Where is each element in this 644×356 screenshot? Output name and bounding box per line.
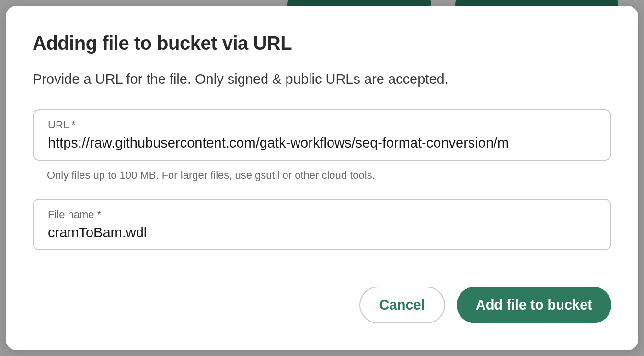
url-field-group: URL * Only files up to 100 MB. For large…	[33, 109, 611, 182]
url-input[interactable]	[48, 135, 596, 151]
modal-title: Adding file to bucket via URL	[33, 33, 611, 54]
add-file-modal: Adding file to bucket via URL Provide a …	[6, 6, 638, 350]
url-field-wrapper[interactable]: URL *	[33, 109, 611, 161]
url-field-label: URL *	[48, 119, 596, 131]
filename-field-label: File name *	[48, 208, 596, 221]
cancel-button[interactable]: Cancel	[359, 287, 445, 323]
modal-description: Provide a URL for the file. Only signed …	[33, 71, 611, 87]
filename-input[interactable]	[48, 225, 596, 241]
add-file-button[interactable]: Add file to bucket	[457, 287, 611, 323]
filename-field-wrapper[interactable]: File name *	[33, 199, 611, 250]
modal-button-row: Cancel Add file to bucket	[33, 287, 611, 323]
url-field-hint: Only files up to 100 MB. For larger file…	[47, 169, 611, 182]
filename-field-group: File name *	[33, 199, 611, 250]
